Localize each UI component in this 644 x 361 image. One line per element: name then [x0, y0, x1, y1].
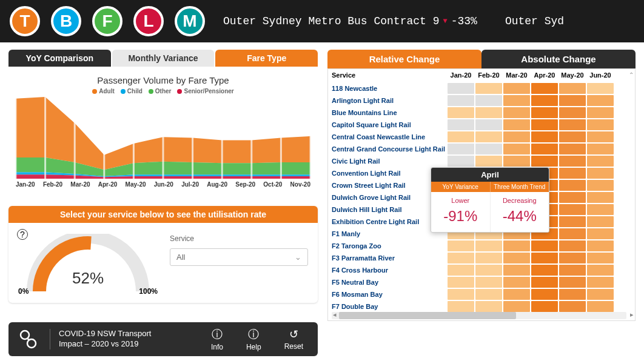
- heatmap-cell[interactable]: [448, 265, 474, 276]
- heatmap-cell[interactable]: [448, 277, 474, 288]
- heatmap-cell[interactable]: [587, 131, 614, 142]
- heatmap-cell[interactable]: [475, 107, 502, 118]
- heatmap-cell[interactable]: [559, 289, 586, 300]
- tab-relative-change[interactable]: Relative Change: [327, 50, 481, 68]
- heatmap-row[interactable]: F5 Neutral Bay: [328, 276, 635, 288]
- heatmap-row[interactable]: F2 Taronga Zoo: [328, 240, 635, 252]
- heatmap-cell[interactable]: [531, 240, 558, 251]
- heatmap-cell[interactable]: [475, 253, 502, 263]
- heatmap-cell[interactable]: [587, 265, 614, 276]
- heatmap-cell[interactable]: [448, 119, 474, 130]
- heatmap-cell[interactable]: [531, 95, 558, 106]
- help-button[interactable]: ⓘ Help: [240, 327, 267, 351]
- heatmap-cell[interactable]: [531, 131, 558, 142]
- heatmap-cell[interactable]: [503, 144, 530, 154]
- mode-metro-button[interactable]: M: [175, 6, 205, 36]
- heatmap-cell[interactable]: [587, 289, 614, 300]
- heatmap-cell[interactable]: [587, 168, 614, 179]
- heatmap-cell[interactable]: [559, 144, 586, 154]
- heatmap-row[interactable]: F3 Parramatta River: [328, 252, 635, 264]
- heatmap-row[interactable]: Central Grand Concourse Light Rail: [328, 143, 635, 155]
- heatmap-cell[interactable]: [531, 265, 558, 276]
- heatmap-cell[interactable]: [475, 265, 502, 276]
- heatmap-cell[interactable]: [559, 131, 586, 142]
- tab-fare-type[interactable]: Fare Type: [215, 50, 318, 67]
- heatmap-row[interactable]: F4 Cross Harbour: [328, 264, 635, 276]
- heatmap-cell[interactable]: [475, 119, 502, 130]
- heatmap-cell[interactable]: [503, 301, 530, 312]
- service-select[interactable]: All ⌄: [170, 248, 308, 266]
- heatmap-cell[interactable]: [559, 253, 586, 263]
- heatmap-cell[interactable]: [475, 156, 502, 167]
- heatmap-cell[interactable]: [503, 265, 530, 276]
- heatmap-cell[interactable]: [475, 240, 502, 251]
- heatmap-cell[interactable]: [503, 156, 530, 167]
- heatmap-cell[interactable]: [448, 301, 474, 312]
- heatmap-row[interactable]: Blue Mountains Line: [328, 107, 635, 119]
- heatmap-cell[interactable]: [448, 253, 474, 263]
- heatmap-cell[interactable]: [475, 289, 502, 300]
- heatmap-cell[interactable]: [559, 265, 586, 276]
- heatmap-cell[interactable]: [587, 156, 614, 167]
- heatmap-cell[interactable]: [503, 95, 530, 106]
- scroll-right-icon[interactable]: ▸: [630, 311, 634, 319]
- heatmap-cell[interactable]: [559, 192, 586, 203]
- heatmap-cell[interactable]: [587, 180, 614, 191]
- heatmap-cell[interactable]: [448, 131, 474, 142]
- heatmap-cell[interactable]: [448, 95, 474, 106]
- heatmap-cell[interactable]: [559, 180, 586, 191]
- heatmap-cell[interactable]: [531, 289, 558, 300]
- heatmap-cell[interactable]: [587, 119, 614, 130]
- heatmap-cell[interactable]: [587, 144, 614, 154]
- heatmap-cell[interactable]: [475, 95, 502, 106]
- heatmap-cell[interactable]: [531, 107, 558, 118]
- heatmap-cell[interactable]: [587, 240, 614, 251]
- heatmap-cell[interactable]: [448, 289, 474, 300]
- heatmap-cell[interactable]: [587, 301, 614, 312]
- heatmap-cell[interactable]: [448, 144, 474, 154]
- heatmap-cell[interactable]: [559, 228, 586, 239]
- heatmap-cell[interactable]: [587, 192, 614, 203]
- mode-train-button[interactable]: T: [10, 6, 40, 36]
- heatmap-cell[interactable]: [531, 253, 558, 263]
- area-chart[interactable]: [16, 97, 310, 179]
- heatmap-cell[interactable]: [503, 289, 530, 300]
- heatmap-hscrollbar[interactable]: ◂ ▸: [332, 312, 626, 319]
- heatmap-cell[interactable]: [531, 277, 558, 288]
- heatmap-cell[interactable]: [503, 107, 530, 118]
- mode-ferry-button[interactable]: F: [92, 6, 122, 36]
- heatmap-cell[interactable]: [531, 83, 558, 94]
- heatmap-row[interactable]: F7 Double Bay: [328, 300, 635, 313]
- heatmap-cell[interactable]: [503, 240, 530, 251]
- info-button[interactable]: ⓘ Info: [205, 327, 229, 351]
- heatmap-cell[interactable]: [559, 107, 586, 118]
- heatmap-row[interactable]: F6 Mosman Bay: [328, 288, 635, 300]
- tab-yoy-comparison[interactable]: YoY Comparison: [8, 50, 111, 67]
- heatmap-cell[interactable]: [587, 228, 614, 239]
- heatmap-row[interactable]: Capitol Square Light Rail: [328, 119, 635, 131]
- heatmap-row[interactable]: Civic Light Rail: [328, 155, 635, 167]
- heatmap-cell[interactable]: [448, 107, 474, 118]
- heatmap-cell[interactable]: [559, 168, 586, 179]
- tab-absolute-change[interactable]: Absolute Change: [481, 50, 636, 68]
- heatmap-cell[interactable]: [448, 240, 474, 251]
- heatmap-cell[interactable]: [531, 301, 558, 312]
- heatmap-cell[interactable]: [559, 240, 586, 251]
- mode-bus-button[interactable]: B: [51, 6, 81, 36]
- heatmap-cell[interactable]: [503, 119, 530, 130]
- heatmap-cell[interactable]: [559, 277, 586, 288]
- heatmap-cell[interactable]: [503, 131, 530, 142]
- heatmap-cell[interactable]: [559, 156, 586, 167]
- heatmap-cell[interactable]: [559, 83, 586, 94]
- heatmap-cell[interactable]: [587, 216, 614, 227]
- heatmap-cell[interactable]: [587, 277, 614, 288]
- heatmap-cell[interactable]: [503, 277, 530, 288]
- heatmap-row[interactable]: 118 Newcastle: [328, 82, 635, 94]
- heatmap-cell[interactable]: [559, 204, 586, 215]
- heatmap-cell[interactable]: [475, 131, 502, 142]
- scroll-up-icon[interactable]: ⌃: [629, 71, 634, 78]
- heatmap-cell[interactable]: [587, 107, 614, 118]
- heatmap-cell[interactable]: [448, 156, 474, 167]
- heatmap-cell[interactable]: [475, 301, 502, 312]
- heatmap-cell[interactable]: [475, 83, 502, 94]
